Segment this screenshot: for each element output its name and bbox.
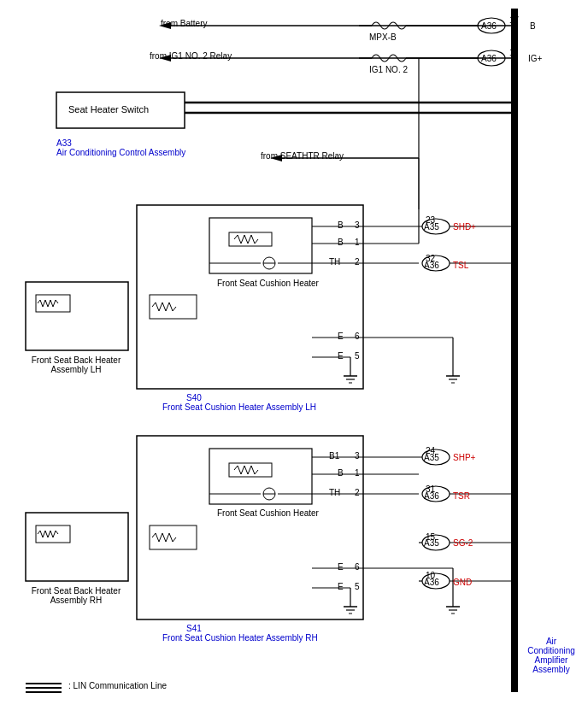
front-seat-cushion-heater-rh-label: Front Seat Cushion Heater xyxy=(217,508,319,518)
svg-rect-0 xyxy=(511,9,518,692)
rh-pin-b-1: B xyxy=(338,468,344,478)
s41-label: S41 xyxy=(186,624,202,633)
a36-32-ref: A36 xyxy=(424,261,439,270)
a35-24-ref: A35 xyxy=(424,453,439,462)
a36-32-pin: TSL xyxy=(453,261,468,270)
front-seat-back-heater-rh-label: Front Seat Back HeaterAssembly RH xyxy=(29,586,123,605)
rh-pin-e-6: E xyxy=(338,562,344,572)
connector-a36-1-num: 1 xyxy=(509,48,514,57)
connector-a36-17-pin: B xyxy=(530,21,536,31)
seat-heater-switch-label: Seat Heater Switch xyxy=(68,104,149,114)
ac-control-label: Air Conditioning Control Assembly xyxy=(56,148,185,157)
lh-pin-th-2: TH xyxy=(329,257,340,267)
ig1-no2-label: IG1 NO. 2 xyxy=(369,65,408,74)
svg-rect-19 xyxy=(229,232,272,246)
s41-assembly-label: Front Seat Cushion Heater Assembly RH xyxy=(162,633,318,643)
a36-10-ref: A36 xyxy=(424,578,439,587)
seathtr-relay-label: from SEATHTR Relay xyxy=(261,151,344,161)
lh-pin-e-5: E xyxy=(338,351,344,361)
a35-15-pin: SG-2 xyxy=(453,538,473,548)
connector-a36-17-ref: A36 xyxy=(481,21,497,31)
rh-pin-5-num: 5 xyxy=(355,582,360,591)
a35-23-pin: SHD+ xyxy=(453,222,476,232)
rh-pin-3-num: 3 xyxy=(355,451,360,461)
svg-rect-48 xyxy=(229,463,272,477)
lh-pin-3-num: 3 xyxy=(355,220,360,230)
a36-10-pin: GND xyxy=(453,578,472,587)
a33-label: A33 xyxy=(56,138,72,148)
lh-pin-b-3: B xyxy=(338,220,344,230)
mpx-b-label: MPX-B xyxy=(369,32,397,42)
s40-label: S40 xyxy=(186,393,202,402)
diagram-container: from Battery MPX-B 17 A36 B from IG1 NO.… xyxy=(0,0,588,728)
lh-pin-b-1: B xyxy=(338,238,344,247)
rh-pin-2-num: 2 xyxy=(355,488,360,497)
a35-15-ref: A35 xyxy=(424,538,439,548)
from-ig1-relay-label: from IG1 NO. 2 Relay xyxy=(150,51,232,61)
connector-a36-1-ref: A36 xyxy=(481,54,497,63)
a36-31-pin: TSR xyxy=(453,491,470,501)
lh-pin-1-num: 1 xyxy=(355,238,360,247)
svg-rect-24 xyxy=(26,282,128,350)
lh-pin-6-num: 6 xyxy=(355,332,360,341)
s40-assembly-label: Front Seat Cushion Heater Assembly LH xyxy=(162,402,316,412)
rh-pin-e-5: E xyxy=(338,582,344,591)
front-seat-back-heater-lh-label: Front Seat Back HeaterAssembly LH xyxy=(29,355,123,374)
a36-31-ref: A36 xyxy=(424,491,439,501)
a35-24-pin: SHP+ xyxy=(453,453,475,462)
ac-amplifier-label: Air Conditioning AmplifierAssembly xyxy=(521,637,581,674)
svg-rect-55 xyxy=(150,525,197,549)
lh-pin-e-6: E xyxy=(338,332,344,341)
a35-23-ref: A35 xyxy=(424,222,439,232)
svg-rect-53 xyxy=(26,513,128,581)
lh-pin-5-num: 5 xyxy=(355,351,360,361)
lh-pin-2-num: 2 xyxy=(355,257,360,267)
connector-a36-1-pin: IG+ xyxy=(528,54,542,63)
connector-a36-17-num: 17 xyxy=(509,15,519,25)
from-battery-label: from Battery xyxy=(161,19,207,28)
rh-pin-b1-3: B1 xyxy=(329,451,339,461)
svg-rect-26 xyxy=(150,295,197,319)
rh-pin-1-num: 1 xyxy=(355,468,360,478)
legend-text: : LIN Communication Line xyxy=(68,681,167,690)
rh-pin-th-2: TH xyxy=(329,488,340,497)
rh-pin-6-num: 6 xyxy=(355,562,360,572)
front-seat-cushion-heater-lh-label: Front Seat Cushion Heater xyxy=(217,279,319,288)
